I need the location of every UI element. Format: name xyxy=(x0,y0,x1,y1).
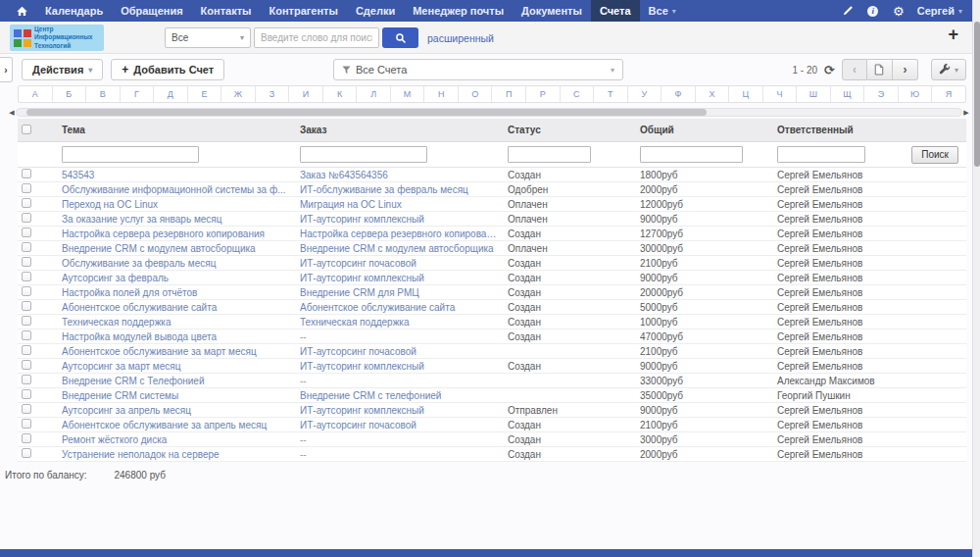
alpha-filter-Ц[interactable]: Ц xyxy=(729,86,763,102)
row-checkbox[interactable] xyxy=(22,213,31,223)
alpha-filter-В[interactable]: В xyxy=(86,86,121,102)
alpha-filter-Л[interactable]: Л xyxy=(357,86,391,102)
invoice-subject-link[interactable]: Внедрение CRM с Телефонией xyxy=(62,376,300,386)
invoice-subject-link[interactable]: Аутсорсинг за февраль xyxy=(62,273,300,283)
invoice-subject-link[interactable]: Настройка сервера резервного копирования xyxy=(62,228,300,239)
invoice-order-link[interactable]: ИТ-аутсорсинг почасовой xyxy=(300,346,508,357)
column-header-status[interactable]: Статус xyxy=(508,125,640,135)
invoice-subject-link[interactable]: Настройка модулей вывода цвета xyxy=(62,331,300,342)
invoice-order-link[interactable]: Техническая поддержка xyxy=(300,317,508,328)
row-checkbox[interactable] xyxy=(22,183,31,193)
row-checkbox[interactable] xyxy=(22,419,31,429)
search-button[interactable] xyxy=(382,27,418,48)
alpha-filter-Р[interactable]: Р xyxy=(526,86,561,102)
row-checkbox[interactable] xyxy=(22,330,31,340)
column-header-total[interactable]: Общий xyxy=(640,125,777,135)
v-scroll-thumb[interactable] xyxy=(974,22,980,167)
row-checkbox[interactable] xyxy=(22,169,31,178)
alpha-filter-У[interactable]: У xyxy=(628,86,662,102)
invoice-order-link[interactable]: Миграция на ОС Linux xyxy=(300,199,508,210)
alpha-filter-И[interactable]: И xyxy=(289,86,323,102)
invoice-subject-link[interactable]: Обслуживание за февраль месяц xyxy=(62,258,300,269)
alpha-filter-К[interactable]: К xyxy=(323,86,358,102)
row-checkbox[interactable] xyxy=(22,242,31,252)
company-logo[interactable]: Центр Информационных Технологий xyxy=(10,25,104,51)
search-scope-select[interactable]: Все ▾ xyxy=(165,27,251,48)
home-icon[interactable] xyxy=(8,0,36,22)
scroll-right-arrow[interactable]: ▶ xyxy=(962,109,970,117)
alpha-filter-Т[interactable]: Т xyxy=(594,86,628,102)
add-invoice-button[interactable]: + Добавить Счет xyxy=(111,59,224,80)
filter-status-input[interactable] xyxy=(508,146,591,163)
alpha-filter-Я[interactable]: Я xyxy=(932,86,965,102)
alpha-filter-А[interactable]: А xyxy=(19,86,53,102)
row-checkbox[interactable] xyxy=(22,272,31,281)
alpha-filter-Ф[interactable]: Ф xyxy=(662,86,696,102)
row-checkbox[interactable] xyxy=(22,316,31,326)
h-scroll-track[interactable] xyxy=(16,108,962,117)
alpha-filter-Д[interactable]: Д xyxy=(154,86,188,102)
invoice-subject-link[interactable]: Аутсорсинг за март месяц xyxy=(62,361,300,372)
nav-item-invoices[interactable]: Счета xyxy=(591,0,640,22)
column-header-owner[interactable]: Ответственный xyxy=(777,125,966,135)
alpha-filter-Ш[interactable]: Ш xyxy=(797,86,831,102)
quick-create-plus-icon[interactable]: + xyxy=(948,25,958,43)
invoice-subject-link[interactable]: Настройка полей для отчётов xyxy=(62,287,300,298)
nav-item-documents[interactable]: Документы xyxy=(513,0,591,22)
row-checkbox[interactable] xyxy=(22,257,31,267)
alpha-filter-Б[interactable]: Б xyxy=(53,86,87,102)
invoice-order-link[interactable]: ИТ-аутсоринг комплексный xyxy=(300,361,508,372)
select-all-checkbox[interactable] xyxy=(22,125,31,134)
row-checkbox[interactable] xyxy=(22,228,31,237)
alpha-filter-Г[interactable]: Г xyxy=(121,86,155,102)
info-icon[interactable]: i xyxy=(866,4,880,18)
row-checkbox[interactable] xyxy=(22,345,31,355)
invoice-subject-link[interactable]: Техническая поддержка xyxy=(62,317,300,328)
alpha-filter-Э[interactable]: Э xyxy=(864,86,899,102)
filter-total-input[interactable] xyxy=(640,146,743,163)
row-checkbox[interactable] xyxy=(22,198,31,208)
nav-item-contacts[interactable]: Контакты xyxy=(192,0,261,22)
view-filter-select[interactable]: Все Счета ▾ xyxy=(333,59,623,80)
filter-subject-input[interactable] xyxy=(62,146,199,163)
invoice-order-link[interactable]: Внедрение CRM с модулем автосборщика xyxy=(300,243,508,254)
list-settings-button[interactable]: ▾ xyxy=(931,59,966,80)
nav-item-all[interactable]: Все▾ xyxy=(640,0,685,22)
advanced-search-link[interactable]: расширенный xyxy=(427,32,494,44)
scroll-left-arrow[interactable]: ◀ xyxy=(8,109,16,117)
invoice-order-link[interactable]: ИТ-аутсоринг комплексный xyxy=(300,214,508,225)
invoice-subject-link[interactable]: Аутсорсинг за апрель месяц xyxy=(62,405,300,416)
column-header-order[interactable]: Заказ xyxy=(300,125,508,135)
nav-item-cases[interactable]: Обращения xyxy=(112,0,191,22)
alpha-filter-Е[interactable]: Е xyxy=(188,86,222,102)
invoice-subject-link[interactable]: Абонентское обслуживание за апрель месяц xyxy=(62,420,300,430)
gear-icon[interactable]: ⚙ xyxy=(892,4,906,18)
invoice-order-link[interactable]: ИТ-аутсорсинг почасовой xyxy=(300,420,508,430)
invoice-subject-link[interactable]: За оказание услуг за январь месяц xyxy=(62,214,300,225)
user-menu[interactable]: Сергей ▾ xyxy=(917,5,962,17)
invoice-order-link[interactable]: Абонентское обслуживание сайта xyxy=(300,302,508,313)
alpha-filter-Х[interactable]: Х xyxy=(696,86,730,102)
alpha-filter-Ж[interactable]: Ж xyxy=(221,86,256,102)
filter-order-input[interactable] xyxy=(300,146,427,163)
column-header-subject[interactable]: Тема xyxy=(62,125,300,135)
invoice-order-link[interactable]: Внедрение CRM для РМЦ xyxy=(300,287,508,298)
compose-pencil-icon[interactable] xyxy=(841,4,855,18)
nav-item-counterparties[interactable]: Контрагенты xyxy=(260,0,346,22)
vertical-scrollbar[interactable] xyxy=(972,0,980,557)
h-scroll-thumb[interactable] xyxy=(26,109,707,116)
invoice-order-link[interactable]: ИТ-обслуживание за февраль месяц xyxy=(300,184,508,195)
invoice-subject-link[interactable]: Устранение неполадок на сервере xyxy=(62,449,300,460)
alpha-filter-С[interactable]: С xyxy=(561,86,595,102)
invoice-subject-link[interactable]: Внедрение CRM системы xyxy=(62,390,300,401)
invoice-subject-link[interactable]: 543543 xyxy=(62,170,300,180)
invoice-subject-link[interactable]: Абонентское обслуживание сайта xyxy=(62,302,300,313)
nav-item-deals[interactable]: Сделки xyxy=(347,0,404,22)
actions-button[interactable]: Действия ▾ xyxy=(22,59,103,80)
alpha-filter-Н[interactable]: Н xyxy=(424,86,459,102)
column-search-button[interactable]: Поиск xyxy=(911,146,958,164)
alpha-filter-О[interactable]: О xyxy=(459,86,493,102)
alpha-filter-Щ[interactable]: Щ xyxy=(831,86,865,102)
invoice-subject-link[interactable]: Внедрение CRM с модулем автосборщика xyxy=(62,243,300,254)
row-checkbox[interactable] xyxy=(22,301,31,311)
